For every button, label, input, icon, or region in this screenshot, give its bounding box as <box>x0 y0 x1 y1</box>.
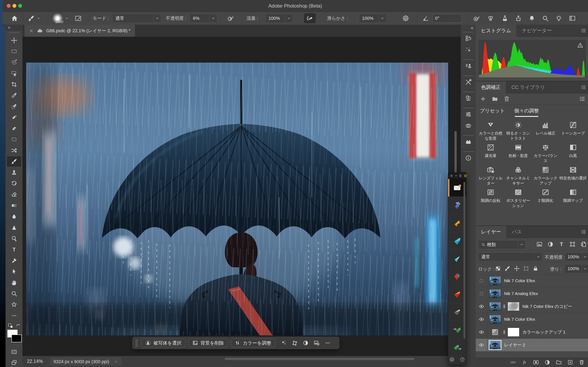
dodge-tool[interactable] <box>6 233 22 244</box>
adjustment-vibrance[interactable]: カラーと自然な彩度 <box>477 119 504 141</box>
adjustment-photo-filter[interactable]: レンズフィルター <box>477 164 504 186</box>
pressure-opacity-icon[interactable] <box>227 15 234 22</box>
adjustment-exposure[interactable]: 露光量 <box>477 142 504 164</box>
brush-tool-icon[interactable] <box>27 15 35 22</box>
quick-mask-button[interactable] <box>6 347 22 357</box>
opacity-select[interactable]: 6% <box>190 14 217 23</box>
adjustment-threshold[interactable]: 2 階調化 <box>532 187 559 209</box>
add-adjustment-icon[interactable] <box>480 96 486 102</box>
layer-name[interactable]: Nik 7 Color Efex <box>504 317 535 322</box>
layer-thumbnail[interactable] <box>489 276 501 285</box>
share-icon[interactable] <box>515 15 522 22</box>
layer-thumbnail[interactable] <box>489 328 501 336</box>
layers-tab-0[interactable]: レイヤー <box>476 226 507 238</box>
screen-mode-button[interactable] <box>6 358 22 367</box>
chevron-down-icon[interactable] <box>582 264 588 273</box>
panel-version-history-icon[interactable] <box>461 33 476 44</box>
patch-tool[interactable] <box>6 134 22 145</box>
layer-name[interactable]: カラールックアップ 1 <box>522 329 565 335</box>
layer-visibility-toggle[interactable] <box>476 287 487 300</box>
layer-mask-thumbnail[interactable] <box>508 328 519 336</box>
adjustment-color-lookup[interactable]: カラールックアップ <box>532 164 559 186</box>
layer-name[interactable]: Nik 7 Analog Efex <box>504 291 538 296</box>
remove-background-button[interactable]: 背景を削除 <box>189 339 228 347</box>
blend-mode-select[interactable]: 通常 <box>112 14 161 23</box>
folder-icon[interactable] <box>492 96 498 102</box>
layer-name[interactable]: Nik 7 Color Efex のコピー <box>522 304 572 309</box>
document-info[interactable]: 9324 px x 6000 px (300 ppi) <box>50 358 121 366</box>
layer-name[interactable]: レイヤー 2 <box>504 342 525 348</box>
adjust-color-button[interactable]: カラーを調整 <box>231 339 275 347</box>
layer-thumbnail[interactable] <box>489 315 501 324</box>
lock-transparent-icon[interactable] <box>495 266 501 272</box>
layer-visibility-toggle[interactable] <box>476 326 487 338</box>
chevron-down-icon[interactable] <box>209 14 217 23</box>
layer-row[interactable]: Nik 7 Analog Efex <box>476 287 588 300</box>
adjustment-black-white[interactable]: 白黒 <box>559 142 587 164</box>
chevron-down-icon[interactable] <box>518 240 525 249</box>
layer-mask-thumbnail[interactable] <box>508 302 519 311</box>
hand-tool[interactable] <box>6 277 22 288</box>
layer-row[interactable]: Nik 7 Color Efex <box>476 275 588 287</box>
layer-visibility-toggle[interactable] <box>476 313 487 325</box>
lightbulb-icon[interactable] <box>555 15 563 22</box>
select-subject-button[interactable]: 被写体を選択 <box>141 339 186 347</box>
panel-info-icon[interactable] <box>461 152 476 164</box>
crop-tool[interactable] <box>6 79 22 90</box>
grid-icon[interactable] <box>459 174 462 177</box>
brush-settings-panel-icon[interactable] <box>74 15 82 22</box>
panel-properties-icon[interactable] <box>461 109 476 120</box>
clone-stamp-tool[interactable] <box>6 167 22 178</box>
generate-image-icon[interactable] <box>313 339 320 347</box>
layer-row[interactable]: Nik 7 Color Efex のコピー <box>476 300 588 313</box>
lock-artboard-icon[interactable] <box>523 266 529 272</box>
object-selection-tool[interactable] <box>6 68 22 79</box>
bell-icon[interactable] <box>528 15 536 22</box>
expand-panels-button[interactable] <box>461 25 476 30</box>
paint-symmetry-icon[interactable] <box>487 15 494 22</box>
history-brush-tool[interactable] <box>6 178 22 189</box>
layer-row[interactable]: Nik 7 Color Efex <box>476 313 588 326</box>
background-color-swatch[interactable] <box>11 334 22 342</box>
histogram-tab-0[interactable]: ヒストグラム <box>476 25 517 37</box>
adjustment-selective-color[interactable]: 特定色域の選択 <box>559 164 587 186</box>
healing-brush-tool[interactable] <box>6 123 22 134</box>
close-icon[interactable] <box>450 174 453 177</box>
gradient-tool[interactable] <box>6 200 22 211</box>
adjustment-invert[interactable]: 階調の反転 <box>477 187 504 209</box>
remove-tool[interactable] <box>6 101 22 112</box>
panel-menu-icon[interactable] <box>581 28 586 33</box>
layer-name[interactable]: Nik 7 Color Efex <box>504 278 535 283</box>
flow-select[interactable]: 100% <box>265 14 293 23</box>
beta-flask-icon[interactable] <box>501 15 509 22</box>
panel-clone-source-icon[interactable] <box>461 60 476 72</box>
more-tools[interactable] <box>6 310 22 321</box>
gear-icon[interactable] <box>449 357 455 362</box>
adjustment-levels[interactable]: レベル補正 <box>532 119 559 141</box>
trash-icon[interactable] <box>503 96 510 102</box>
smoothing-gear-icon[interactable] <box>402 15 410 22</box>
chevron-down-icon[interactable] <box>37 17 40 20</box>
adjustment-filter-icon[interactable] <box>547 241 554 248</box>
new-adjustment-icon[interactable] <box>544 359 550 366</box>
path-select-tool[interactable] <box>6 266 22 277</box>
lock-move-icon[interactable] <box>514 266 520 272</box>
type-tool[interactable] <box>6 244 22 255</box>
chevron-down-icon[interactable] <box>154 14 161 23</box>
layer-thumbnail[interactable] <box>489 341 501 349</box>
swap-colors-icon[interactable] <box>15 323 21 328</box>
adjustments-tab-1[interactable]: CC ライブラリ <box>506 81 550 93</box>
histogram-tab-1[interactable]: ナビゲーター <box>517 25 557 36</box>
new-group-icon[interactable] <box>556 359 562 366</box>
lock-paint-icon[interactable] <box>504 266 510 272</box>
delete-layer-icon[interactable] <box>579 359 585 366</box>
toolbar-collapse[interactable] <box>6 25 22 31</box>
layer-row[interactable]: レイヤー 2 <box>476 339 588 351</box>
adjustments-subtab-0[interactable]: プリセット <box>480 108 505 117</box>
pen-tool[interactable] <box>6 255 22 266</box>
generative-sparkle-icon[interactable] <box>280 339 287 347</box>
warning-icon[interactable] <box>577 42 583 48</box>
sharpen-tool[interactable] <box>6 222 22 233</box>
link-layers-icon[interactable] <box>510 359 516 366</box>
nik-logo-icon[interactable] <box>464 174 467 177</box>
